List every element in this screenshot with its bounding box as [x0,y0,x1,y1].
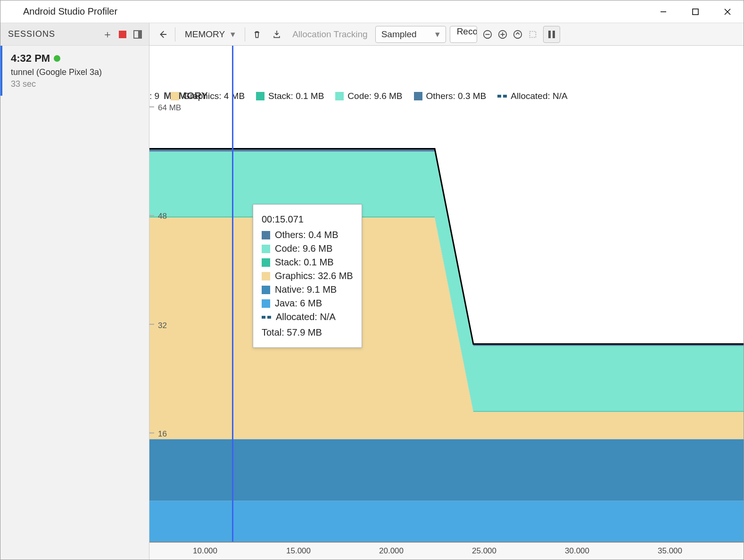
maximize-button[interactable] [679,0,711,23]
x-tick: 25.000 [472,546,496,556]
stop-icon [119,31,126,38]
svg-rect-14 [149,439,744,501]
minimize-button[interactable] [647,0,679,23]
svg-rect-1 [693,9,698,15]
chevron-down-icon: ▾ [231,29,235,40]
session-time-row: 4:32 PM [11,52,141,65]
session-duration: 33 sec [11,79,141,89]
zoom-selection-button[interactable] [526,28,539,41]
tooltip-java-swatch [262,299,270,308]
arrow-left-icon [157,29,168,40]
legend-allocated: Allocated: N/A [511,91,567,101]
x-axis: 10.000 15.000 20.000 25.000 30.000 35.00… [149,542,744,560]
x-tick: 10.000 [193,546,217,556]
chart-tooltip: 00:15.071 Others: 0.4 MB Code: 9.6 MB St… [253,204,362,348]
legend-allocated-swatch [497,92,507,100]
tooltip-code-swatch [262,245,270,253]
tooltip-allocated-swatch [262,313,271,321]
plus-icon: ＋ [102,27,113,41]
titlebar: Android Studio Profiler [0,0,744,23]
legend-others-swatch [414,92,422,100]
session-time: 4:32 PM [11,52,50,65]
memory-chart[interactable]: MEMORY : 9 Graphics: 4 MB Stack: 0.1 MB … [149,46,744,560]
legend-stack: Stack: 0.1 MB [268,91,324,101]
force-gc-button[interactable] [249,26,265,42]
legend-cutoff: : 9 [149,91,159,101]
zoom-in-button[interactable] [496,28,509,41]
legend-code-swatch [335,92,344,100]
memory-chart-svg [149,46,744,560]
zoom-out-icon [482,29,493,40]
tooltip-others: Others: 0.4 MB [275,230,339,240]
zoom-out-button[interactable] [481,28,494,41]
tooltip-time: 00:15.071 [262,214,304,225]
tooltip-java: Java: 6 MB [275,298,322,309]
allocation-tracking-value: Sampled [381,29,430,40]
profiler-type-dropdown[interactable]: MEMORY ▾ [179,26,241,43]
record-button[interactable]: Record [450,26,477,43]
tooltip-native: Native: 9.1 MB [275,284,337,295]
x-tick: 35.000 [658,546,682,556]
legend-graphics-swatch [171,92,179,100]
y-tick-32: 32 [158,321,167,330]
tooltip-graphics: Graphics: 32.6 MB [275,271,353,281]
memory-legend: : 9 Graphics: 4 MB Stack: 0.1 MB Code: 9… [149,91,739,101]
tooltip-stack-swatch [262,258,270,267]
tooltip-stack: Stack: 0.1 MB [275,257,334,268]
sessions-header: SESSIONS ＋ [0,23,149,46]
svg-point-11 [513,30,521,38]
zoom-in-icon [497,29,508,40]
x-tick: 20.000 [379,546,404,556]
legend-graphics: Graphics: 4 MB [183,91,245,101]
tooltip-allocated: Allocated: N/A [276,312,336,322]
pause-icon [548,31,555,38]
tooltip-total: Total: 57.9 MB [262,327,322,338]
sessions-title: SESSIONS [8,29,100,39]
svg-rect-13 [149,501,744,542]
svg-rect-12 [529,31,536,37]
record-label: Record [457,26,477,36]
x-tick: 15.000 [286,546,311,556]
separator [245,27,245,41]
panel-icon [133,30,142,39]
svg-rect-5 [138,31,141,38]
separator [175,27,175,41]
allocation-tracking-label: Allocation Tracking [289,29,371,40]
tooltip-others-swatch [262,231,270,239]
back-button[interactable] [154,26,171,42]
y-tick-64: 64 MB [158,103,181,113]
legend-others: Others: 0.3 MB [426,91,487,101]
zoom-controls [481,28,539,41]
tooltip-code: Code: 9.6 MB [275,243,332,254]
legend-stack-swatch [256,92,265,100]
add-session-button[interactable]: ＋ [100,27,115,42]
zoom-selection-icon [528,29,538,40]
tooltip-native-swatch [262,286,270,294]
trash-icon [252,30,262,39]
profiler-type-label: MEMORY [185,29,225,40]
zoom-reset-icon [513,29,523,40]
pause-live-button[interactable] [543,26,560,43]
allocation-tracking-dropdown[interactable]: Sampled ▾ [375,26,446,43]
chart-cursor[interactable] [232,46,233,560]
stop-session-button[interactable] [115,27,130,42]
dump-heap-button[interactable] [269,26,285,42]
chevron-down-icon: ▾ [435,29,440,40]
x-tick: 30.000 [565,546,589,556]
legend-code: Code: 9.6 MB [347,91,402,101]
sessions-panel: SESSIONS ＋ 4:32 PM tunnel (Google Pixel … [0,23,149,560]
y-tick-16: 16 [158,429,167,439]
import-icon [272,30,281,39]
tooltip-graphics-swatch [262,272,270,280]
window-title: Android Studio Profiler [0,6,117,17]
sessions-layout-button[interactable] [130,27,145,42]
close-button[interactable] [711,0,744,23]
y-tick-48: 48 [158,212,167,221]
session-active-indicator [54,55,60,62]
zoom-reset-button[interactable] [511,28,524,41]
session-entry[interactable]: 4:32 PM tunnel (Google Pixel 3a) 33 sec [0,46,149,96]
profiler-toolbar: MEMORY ▾ Allocation Tracking Sampled ▾ R… [149,23,744,46]
session-app: tunnel (Google Pixel 3a) [11,67,141,77]
main-panel: MEMORY ▾ Allocation Tracking Sampled ▾ R… [149,23,744,560]
